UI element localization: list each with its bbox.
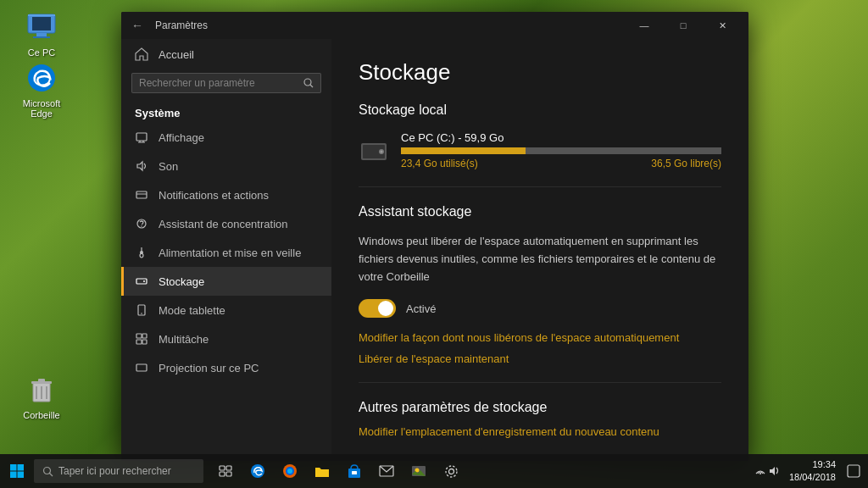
sidebar-item-multitache[interactable]: Multitâche xyxy=(121,324,331,353)
sidebar-item-alimentation[interactable]: Alimentation et mise en veille xyxy=(121,238,331,267)
titlebar: ← Paramètres — □ ✕ xyxy=(121,12,748,39)
stockage-icon xyxy=(135,274,148,288)
divider-1 xyxy=(359,186,721,187)
sidebar-item-projection[interactable]: Projection sur ce PC xyxy=(121,353,331,382)
svg-point-58 xyxy=(446,466,457,477)
mail-taskbar[interactable] xyxy=(371,456,402,486)
sidebar-item-notifications[interactable]: Notifications et actions xyxy=(121,180,331,209)
ce-pc-icon xyxy=(25,10,58,44)
sidebar-item-affichage[interactable]: Affichage xyxy=(121,123,331,152)
clock-date: 18/04/2018 xyxy=(789,471,836,484)
task-view-button[interactable] xyxy=(210,456,241,486)
start-button[interactable] xyxy=(0,454,34,488)
sidebar-item-assistant[interactable]: Assistant de concentration xyxy=(121,209,331,238)
svg-rect-1 xyxy=(32,17,51,30)
taskbar-search-text: Taper ici pour rechercher xyxy=(58,465,171,477)
assistant-icon xyxy=(135,217,148,230)
sidebar-item-son[interactable]: Son xyxy=(121,152,331,180)
corbeille-label: Corbeille xyxy=(23,410,59,420)
affichage-icon xyxy=(135,130,148,144)
svg-point-12 xyxy=(304,79,311,86)
svg-rect-61 xyxy=(848,465,860,477)
svg-point-27 xyxy=(141,313,142,314)
svg-rect-31 xyxy=(142,340,147,344)
assistant-section-title: Assistant stockage xyxy=(359,204,721,219)
sidebar-search-input[interactable] xyxy=(139,77,303,89)
sidebar-item-stockage[interactable]: Stockage xyxy=(121,267,331,296)
sidebar-section-label: Système xyxy=(121,100,331,123)
settings-taskbar[interactable] xyxy=(436,456,466,486)
svg-point-23 xyxy=(140,251,143,254)
photos-taskbar[interactable] xyxy=(403,456,434,486)
edge-taskbar[interactable] xyxy=(242,456,273,486)
edge-label: Microsoft Edge xyxy=(12,98,71,119)
svg-point-57 xyxy=(448,469,453,474)
storage-free: 36,5 Go libre(s) xyxy=(651,158,721,169)
svg-line-42 xyxy=(50,473,53,476)
toggle-label: Activé xyxy=(406,302,436,315)
taskbar-pinned-icons xyxy=(210,456,466,486)
svg-rect-29 xyxy=(142,334,147,338)
desktop-icon-edge[interactable]: Microsoft Edge xyxy=(12,61,71,119)
settings-window: ← Paramètres — □ ✕ Accueil xyxy=(121,12,748,461)
desktop-icon-ce-pc[interactable]: Ce PC xyxy=(12,10,71,58)
main-content-area: Stockage Stockage local Ce PC (C:) - 59,… xyxy=(331,39,748,461)
taskbar-clock[interactable]: 19:34 18/04/2018 xyxy=(782,458,843,485)
store-taskbar[interactable] xyxy=(339,456,370,486)
back-button[interactable]: ← xyxy=(128,15,147,36)
svg-rect-30 xyxy=(136,340,142,344)
svg-rect-44 xyxy=(226,466,231,470)
notifications-label: Notifications et actions xyxy=(159,189,269,202)
alimentation-icon xyxy=(135,246,148,259)
close-button[interactable]: ✕ xyxy=(703,12,742,39)
projection-label: Projection sur ce PC xyxy=(159,362,259,374)
sidebar-search-box[interactable] xyxy=(131,73,321,93)
multitache-icon xyxy=(135,332,148,346)
svg-rect-37 xyxy=(10,464,17,471)
notification-center-icon[interactable] xyxy=(846,463,861,479)
svg-point-36 xyxy=(381,150,383,152)
storage-stats: 23,4 Go utilisé(s) 36,5 Go libre(s) xyxy=(401,158,721,169)
desktop-icon-corbeille[interactable]: Corbeille xyxy=(12,373,71,420)
search-icon xyxy=(303,78,314,88)
multitache-label: Multitâche xyxy=(159,333,209,346)
svg-rect-53 xyxy=(352,471,357,474)
tablette-icon xyxy=(135,303,148,317)
divider-2 xyxy=(359,382,721,383)
minimize-button[interactable]: — xyxy=(625,12,664,39)
enregistrement-link[interactable]: Modifier l'emplacement d'enregistrement … xyxy=(359,425,721,438)
taskbar: Taper ici pour rechercher xyxy=(0,454,868,488)
volume-icon[interactable] xyxy=(769,465,779,477)
svg-point-59 xyxy=(760,473,761,474)
svg-rect-32 xyxy=(136,364,147,371)
home-icon xyxy=(135,47,148,61)
autres-title: Autres paramètres de stockage xyxy=(359,400,721,415)
svg-rect-45 xyxy=(220,472,225,476)
svg-point-25 xyxy=(143,280,145,282)
sidebar-item-tablette[interactable]: Mode tablette xyxy=(121,296,331,324)
maximize-button[interactable]: □ xyxy=(664,12,703,39)
network-icon[interactable] xyxy=(755,466,765,476)
explorer-taskbar[interactable] xyxy=(307,456,337,486)
ce-pc-label: Ce PC xyxy=(28,47,55,58)
drive-item: Ce PC (C:) - 59,9 Go 23,4 Go utilisé(s) … xyxy=(359,131,721,169)
auto-free-link[interactable]: Modifier la façon dont nous libérons de … xyxy=(359,331,721,344)
clock-time: 19:34 xyxy=(789,458,836,471)
taskbar-search[interactable]: Taper ici pour rechercher xyxy=(34,459,203,483)
stockage-label: Stockage xyxy=(159,275,204,288)
son-label: Son xyxy=(159,160,178,173)
assistant-description: Windows peut libérer de l'espace automat… xyxy=(359,233,721,286)
edge-icon xyxy=(25,61,58,95)
free-now-link[interactable]: Libérer de l'espace maintenant xyxy=(359,352,721,365)
svg-line-13 xyxy=(310,85,313,87)
firefox-taskbar[interactable] xyxy=(275,456,305,486)
svg-rect-39 xyxy=(10,472,17,479)
taskbar-right: 19:34 18/04/2018 xyxy=(755,458,868,485)
storage-sense-toggle[interactable] xyxy=(359,299,396,318)
sidebar-home[interactable]: Accueil xyxy=(121,39,331,69)
drive-icon xyxy=(359,136,389,166)
home-label: Accueil xyxy=(159,48,194,61)
windows-logo-icon xyxy=(9,463,25,479)
svg-rect-51 xyxy=(315,469,329,477)
assistant-label: Assistant de concentration xyxy=(159,218,287,230)
